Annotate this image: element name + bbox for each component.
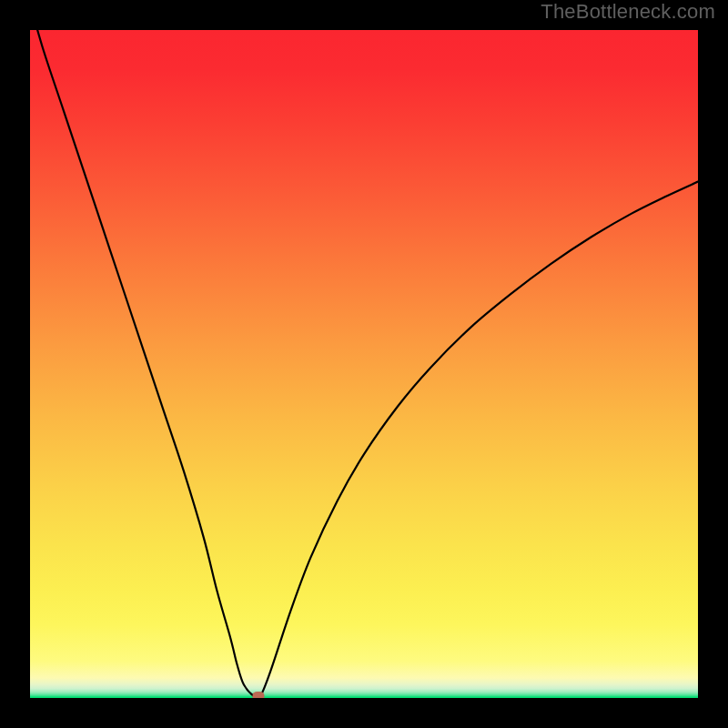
bottleneck-curve — [30, 30, 698, 698]
min-point-marker — [253, 692, 265, 698]
outer-frame: TheBottleneck.com — [0, 0, 728, 728]
attribution-text: TheBottleneck.com — [541, 0, 715, 24]
plot-area — [30, 30, 698, 698]
